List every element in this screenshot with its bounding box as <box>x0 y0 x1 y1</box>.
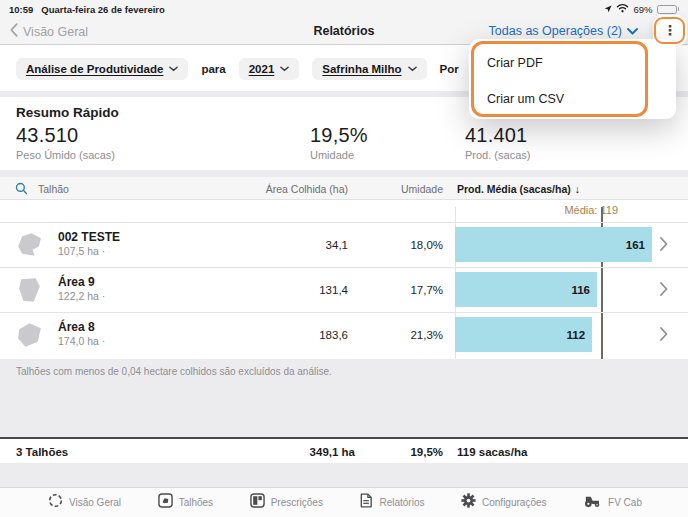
tractor-icon <box>583 494 602 512</box>
stat-moisture: 19,5% Umidade <box>310 124 368 161</box>
tab-label: Visão Geral <box>69 497 121 508</box>
yield-value: 161 <box>626 239 645 251</box>
clock: 10:59 <box>9 4 33 15</box>
table-row[interactable]: Área 8 174,0 ha · 183,6 21,3% 112 <box>0 312 688 357</box>
stat-label: Peso Úmido (sacas) <box>16 149 115 161</box>
summary-title: Resumo Rápido <box>16 105 119 120</box>
gear-icon <box>461 493 476 512</box>
table-row[interactable]: Área 9 122,2 ha · 131,4 17,7% 116 <box>0 267 688 312</box>
field-shape-icon <box>13 274 46 311</box>
chevron-down-icon <box>169 66 178 72</box>
analysis-type-dropdown[interactable]: Análise de Produtividade <box>16 58 188 80</box>
stat-production: 41.401 Prod. (sacas) <box>465 124 530 161</box>
stat-wet-weight: 43.510 Peso Úmido (sacas) <box>16 124 115 161</box>
field-subtitle: 107,5 ha · <box>58 245 105 257</box>
tab-prescricoes[interactable]: Prescrições <box>250 493 323 512</box>
field-name: 002 TESTE <box>58 230 120 244</box>
yield-value: 116 <box>571 284 590 296</box>
menu-item-create-pdf[interactable]: Criar PDF <box>487 56 543 70</box>
cell-area: 183,6 <box>250 329 348 341</box>
exclusion-note-area: Talhões com menos de 0,04 hectare colhid… <box>0 359 688 437</box>
tab-label: Talhões <box>179 497 213 508</box>
yield-bar-area: 116 <box>455 272 652 307</box>
crop-dropdown[interactable]: Safrinha Milho <box>312 58 426 80</box>
tab-label: FV Cab <box>608 497 642 508</box>
cell-moisture: 18,0% <box>352 239 443 251</box>
cell-moisture: 21,3% <box>352 329 443 341</box>
table-header: Talhão Área Colhida (ha) Umidade Prod. M… <box>0 177 688 200</box>
field-subtitle: 122,2 ha · <box>58 290 105 302</box>
prescription-map-icon <box>250 493 265 512</box>
analysis-type-label: Análise de Produtividade <box>26 63 163 75</box>
more-menu-button[interactable]: ⋮ <box>662 20 678 40</box>
cell-moisture: 17,7% <box>352 284 443 296</box>
chevron-right-icon <box>660 327 668 345</box>
tab-talhoes[interactable]: Talhões <box>158 493 213 512</box>
tab-relatorios[interactable]: Relatórios <box>359 493 424 512</box>
tab-label: Relatórios <box>379 497 424 508</box>
field-shape-icon <box>13 319 46 356</box>
yield-bar-area: 112 <box>455 317 652 352</box>
context-menu: Criar PDF Criar um CSV <box>469 39 676 119</box>
crop-label: Safrinha Milho <box>322 63 401 75</box>
yield-bar-area: 161 <box>455 227 652 262</box>
stat-label: Umidade <box>310 149 368 161</box>
tab-label: Configurações <box>482 497 546 508</box>
field-square-icon <box>158 493 173 512</box>
field-name: Área 9 <box>58 275 95 289</box>
menu-item-create-csv[interactable]: Criar um CSV <box>487 92 564 106</box>
column-header-field[interactable]: Talhão <box>38 183 69 195</box>
circle-dashed-icon <box>48 493 63 512</box>
divider-band <box>0 170 688 177</box>
field-name: Área 8 <box>58 320 95 334</box>
yield-bar: 112 <box>455 317 592 352</box>
column-header-moisture[interactable]: Umidade <box>352 183 443 195</box>
cell-area: 131,4 <box>250 284 348 296</box>
totals-count: 3 Talhões <box>16 446 68 458</box>
table-body: Média: 119 002 TESTE 107,5 ha · 34,1 18,… <box>0 200 688 359</box>
cell-area: 34,1 <box>250 239 348 251</box>
stat-value: 19,5% <box>310 124 368 147</box>
chevron-down-icon <box>280 66 289 72</box>
field-shape-icon <box>13 229 46 266</box>
totals-moisture: 19,5% <box>352 446 443 458</box>
average-label: Média: 119 <box>564 204 618 216</box>
stat-value: 43.510 <box>16 124 115 147</box>
stat-label: Prod. (sacas) <box>465 149 530 161</box>
divider-band <box>0 463 688 487</box>
tab-fv-cab[interactable]: FV Cab <box>583 494 642 512</box>
report-document-icon <box>359 493 373 512</box>
exclusion-note: Talhões com menos de 0,04 hectare colhid… <box>16 366 332 377</box>
search-icon[interactable] <box>15 182 28 197</box>
chevron-down-icon <box>627 24 638 38</box>
wifi-icon <box>616 3 629 15</box>
tab-visao-geral[interactable]: Visão Geral <box>48 493 121 512</box>
chevron-down-icon <box>408 66 417 72</box>
chevron-right-icon <box>660 237 668 255</box>
yield-bar: 116 <box>455 272 597 307</box>
connector-por: Por <box>440 63 459 75</box>
tab-configuracoes[interactable]: Configurações <box>461 493 546 512</box>
yield-bar: 161 <box>455 227 652 262</box>
column-header-area[interactable]: Área Colhida (ha) <box>200 183 348 195</box>
date: Quarta-feira 26 de fevereiro <box>41 4 165 15</box>
battery-percent: 69% <box>633 4 652 15</box>
year-label: 2021 <box>249 63 275 75</box>
yield-value: 112 <box>566 329 585 341</box>
table-row[interactable]: 002 TESTE 107,5 ha · 34,1 18,0% 161 <box>0 222 688 267</box>
operations-selector[interactable]: Todas as Operações (2) <box>489 24 638 38</box>
totals-area: 349,1 ha <box>250 446 355 458</box>
year-dropdown[interactable]: 2021 <box>239 58 300 80</box>
table-rows: 002 TESTE 107,5 ha · 34,1 18,0% 161 Área… <box>0 222 688 357</box>
operations-label: Todas as Operações (2) <box>489 24 622 38</box>
stat-value: 41.401 <box>465 124 530 147</box>
totals-yield: 119 sacas/ha <box>457 446 527 458</box>
app-screen: 10:59 Quarta-feira 26 de fevereiro 69% V… <box>0 0 688 517</box>
sort-descending-icon: ↓ <box>575 183 580 195</box>
status-bar: 10:59 Quarta-feira 26 de fevereiro 69% <box>0 0 688 18</box>
field-subtitle: 174,0 ha · <box>58 335 105 347</box>
location-arrow-icon <box>604 4 612 15</box>
battery-icon <box>657 5 680 14</box>
column-header-yield[interactable]: Prod. Média (sacas/ha) ↓ <box>457 183 580 195</box>
tab-label: Prescrições <box>271 497 323 508</box>
